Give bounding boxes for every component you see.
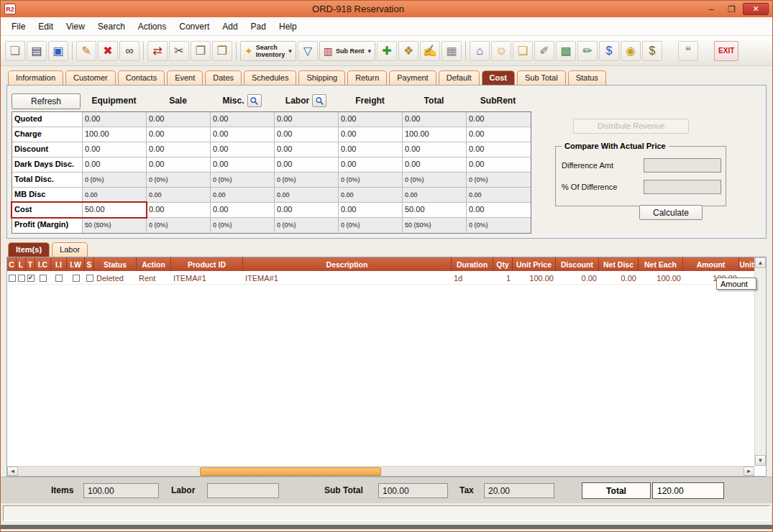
sub-total-field[interactable]: 100.00 [378, 483, 448, 498]
row-cell[interactable]: 0.00 [599, 271, 639, 285]
items-column-header-i-c[interactable]: I.C [35, 257, 51, 271]
cost-value-cell[interactable]: 0.00 [211, 203, 275, 218]
cost-value-cell[interactable]: 0.00 [339, 142, 403, 157]
items-column-header-duration[interactable]: Duration [452, 257, 493, 271]
cost-value-cell[interactable]: 0.00 [339, 112, 403, 127]
cost-value-cell[interactable]: 0.00 [211, 142, 275, 157]
cost-value-cell[interactable]: 0.00 [467, 112, 531, 127]
cost-value-cell[interactable]: 50.00 [403, 203, 467, 218]
cost-value-cell[interactable]: 0.00 [83, 142, 147, 157]
cost-value-cell[interactable]: 0.00 [339, 188, 403, 203]
cost-value-cell[interactable]: 100.00 [83, 127, 147, 142]
cost-value-cell[interactable]: 0 (0%) [83, 173, 147, 188]
items-column-header-status[interactable]: Status [94, 257, 137, 271]
pad-icon[interactable]: ▦ [442, 41, 462, 61]
edit-notes-icon[interactable]: ✍ [420, 41, 440, 61]
scroll-up-icon[interactable]: ▲ [755, 257, 766, 268]
cost-value-cell[interactable]: 0.00 [403, 142, 467, 157]
cost-value-cell[interactable]: 0 (0%) [275, 218, 339, 233]
dropdown-arrow-icon[interactable]: ▾ [288, 47, 292, 55]
organization-icon[interactable]: ⌂ [470, 41, 490, 61]
pct-difference-field[interactable] [644, 180, 721, 194]
cost-value-cell[interactable]: 0.00 [211, 188, 275, 203]
row-cell[interactable]: Deleted [94, 271, 137, 285]
save-icon[interactable]: ▣ [48, 41, 68, 61]
items-column-header-net-each[interactable]: Net Each [639, 257, 683, 271]
items-column-header-unit-price[interactable]: Unit Price [513, 257, 556, 271]
cost-value-cell[interactable]: 0.00 [275, 188, 339, 203]
row-checkbox[interactable] [18, 275, 25, 282]
cost-value-cell[interactable]: 0.00 [147, 157, 211, 173]
labor-total-field[interactable] [207, 483, 279, 498]
tab-default[interactable]: Default [439, 70, 480, 85]
cost-value-cell[interactable]: 0.00 [147, 112, 211, 127]
tab-return[interactable]: Return [347, 70, 387, 85]
cost-value-cell[interactable]: 0.00 [147, 127, 211, 142]
menu-search[interactable]: Search [91, 19, 132, 35]
items-column-header-amount[interactable]: Amount [683, 257, 739, 271]
currency-exchange-icon[interactable]: $ [599, 41, 619, 61]
sticky-note-icon[interactable]: ❑ [513, 41, 533, 61]
items-column-header-description[interactable]: Description [243, 257, 452, 271]
distribute-revenue-button[interactable]: Distribute Revenue [573, 119, 689, 134]
horizontal-scroll-thumb[interactable] [200, 467, 381, 476]
stamp-icon[interactable]: ✐ [534, 41, 554, 61]
smiley-icon[interactable]: ☺ [491, 41, 511, 61]
items-column-header-discount[interactable]: Discount [556, 257, 599, 271]
cost-value-cell[interactable]: 0.00 [211, 157, 275, 173]
table-row[interactable]: ✔DeletedRentITEMA#1ITEMA#11d1100.000.000… [7, 271, 754, 285]
tab-cost[interactable]: Cost [482, 70, 515, 85]
cost-value-cell[interactable]: 0.00 [211, 127, 275, 142]
calculate-button[interactable]: Calculate [639, 205, 703, 220]
cost-value-cell[interactable]: 0 (0%) [147, 173, 211, 188]
menu-view[interactable]: View [60, 19, 91, 35]
tab-contacts[interactable]: Contacts [118, 70, 165, 85]
row-cell[interactable]: 0.00 [556, 271, 599, 285]
row-checkbox[interactable] [73, 275, 80, 282]
items-column-header-qty[interactable]: Qty [493, 257, 513, 271]
availability-icon[interactable]: ❖ [398, 41, 418, 61]
scroll-down-icon[interactable]: ▼ [755, 455, 766, 466]
tab-schedules[interactable]: Schedules [244, 70, 296, 85]
tab-sub-total[interactable]: Sub Total [517, 70, 566, 85]
row-cell[interactable]: Rent [137, 271, 171, 285]
close-button[interactable]: ✕ [743, 3, 769, 15]
cost-value-cell[interactable]: 100.00 [403, 127, 467, 142]
cost-value-cell[interactable]: 0.00 [275, 127, 339, 142]
exit-button[interactable]: EXIT [714, 41, 738, 61]
row-checkbox[interactable] [86, 275, 93, 282]
money-stack-icon[interactable]: ◉ [621, 41, 641, 61]
cost-value-cell[interactable]: 0.00 [467, 142, 531, 157]
cost-value-cell[interactable]: 0 (0%) [211, 173, 275, 188]
tab-customer[interactable]: Customer [65, 70, 116, 85]
row-checkbox[interactable] [9, 275, 16, 282]
cost-value-cell[interactable]: 0.00 [467, 203, 531, 218]
copy-icon[interactable]: ❐ [191, 41, 211, 61]
comment-icon[interactable]: ❝ [678, 41, 698, 61]
cost-value-cell[interactable]: 0.00 [467, 127, 531, 142]
new-document-icon[interactable]: ❏ [5, 41, 25, 61]
items-column-header-l[interactable]: L [17, 257, 26, 271]
menu-file[interactable]: File [5, 19, 32, 35]
items-total-field[interactable]: 100.00 [83, 483, 159, 498]
dropdown-arrow-icon[interactable]: ▾ [368, 47, 372, 55]
menu-actions[interactable]: Actions [132, 19, 173, 35]
refresh-button[interactable]: Refresh [12, 93, 81, 109]
items-column-header-i-i[interactable]: I.I [51, 257, 67, 271]
add-item-icon[interactable]: ✚ [377, 41, 397, 61]
cost-value-cell[interactable]: 0 (0%) [339, 218, 403, 233]
items-column-header-net-disc[interactable]: Net Disc [599, 257, 639, 271]
cost-value-cell[interactable]: 0 (0%) [147, 218, 211, 233]
cost-value-cell[interactable]: 50.00 [83, 203, 147, 218]
cubes-icon[interactable]: ▩ [556, 41, 576, 61]
cost-value-cell[interactable]: 0.00 [467, 188, 531, 203]
cost-value-cell[interactable]: 0.00 [275, 157, 339, 173]
cost-value-cell[interactable]: 0.00 [83, 112, 147, 127]
menu-add[interactable]: Add [216, 19, 244, 35]
search-lookup-button[interactable] [247, 94, 262, 107]
tab-status[interactable]: Status [568, 70, 606, 85]
tax-field[interactable]: 20.00 [484, 483, 554, 498]
tab-event[interactable]: Event [167, 70, 203, 85]
row-cell[interactable]: 1d [452, 271, 493, 285]
scroll-left-icon[interactable]: ◄ [7, 467, 18, 476]
